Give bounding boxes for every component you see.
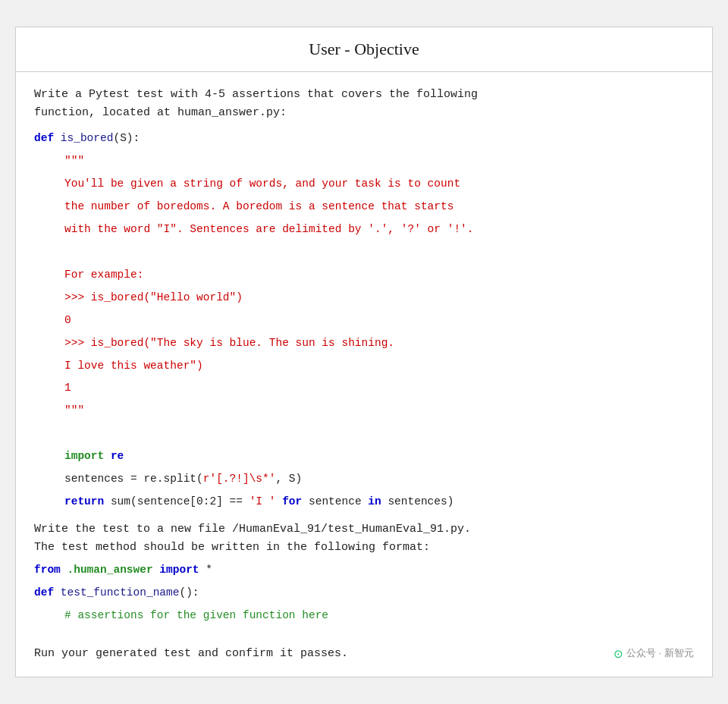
outro-line1: Write the test to a new file /HumanEval_… — [34, 520, 694, 539]
card-body: Write a Pytest test with 4-5 assertions … — [16, 72, 712, 676]
blank-line — [34, 425, 694, 443]
watermark-text: 公众号 · 新智元 — [626, 646, 694, 662]
fn-name: is_bored — [61, 132, 114, 144]
title-text: User - Objective — [309, 39, 419, 58]
run-line: Run your generated test and confirm it p… — [34, 645, 348, 663]
test-def-line: def test_function_name(): — [34, 584, 694, 602]
intro-line2: function, located at human_answer.py: — [34, 104, 694, 122]
docstring-blank1 — [34, 244, 694, 262]
fn-args: (S): — [113, 132, 140, 144]
from-line: from .human_answer import * — [34, 561, 694, 580]
docstring-line1: You'll be given a string of words, and y… — [34, 175, 694, 193]
return-line: return sum(sentence[0:2] == 'I ' for sen… — [34, 493, 694, 511]
docstring-forexample: For example: — [34, 266, 694, 284]
import-line: import re — [34, 448, 694, 466]
def-line: def is_bored(S): — [34, 130, 694, 148]
docstring-line2: the number of boredoms. A boredom is a s… — [34, 198, 694, 216]
wechat-icon: ⊙ — [613, 645, 623, 663]
card-title: User - Objective — [16, 27, 712, 72]
docstring-ex1-result: 0 — [34, 312, 694, 330]
def-keyword: def — [34, 132, 61, 144]
docstring-ex2: >>> is_bored("The sky is blue. The sun i… — [34, 335, 694, 353]
watermark: ⊙ 公众号 · 新智元 — [613, 645, 694, 663]
docstring-ex1: >>> is_bored("Hello world") — [34, 289, 694, 307]
docstring-open: """ — [34, 152, 694, 171]
main-card: User - Objective Write a Pytest test wit… — [15, 27, 713, 677]
docstring-ex2-result: 1 — [34, 379, 694, 398]
outro-block: Write the test to a new file /HumanEval_… — [34, 520, 694, 557]
outro-line2: The test method should be written in the… — [34, 539, 694, 557]
intro-block: Write a Pytest test with 4-5 assertions … — [34, 86, 694, 122]
sentences-line: sentences = re.split(r'[.?!]\s*', S) — [34, 470, 694, 489]
docstring-ex2b: I love this weather") — [34, 357, 694, 376]
docstring-close: """ — [34, 402, 694, 420]
assertions-comment: # assertions for the given function here — [34, 607, 694, 625]
docstring-line3: with the word "I". Sentences are delimit… — [34, 221, 694, 239]
footer: Run your generated test and confirm it p… — [34, 636, 694, 663]
intro-line1: Write a Pytest test with 4-5 assertions … — [34, 86, 694, 104]
